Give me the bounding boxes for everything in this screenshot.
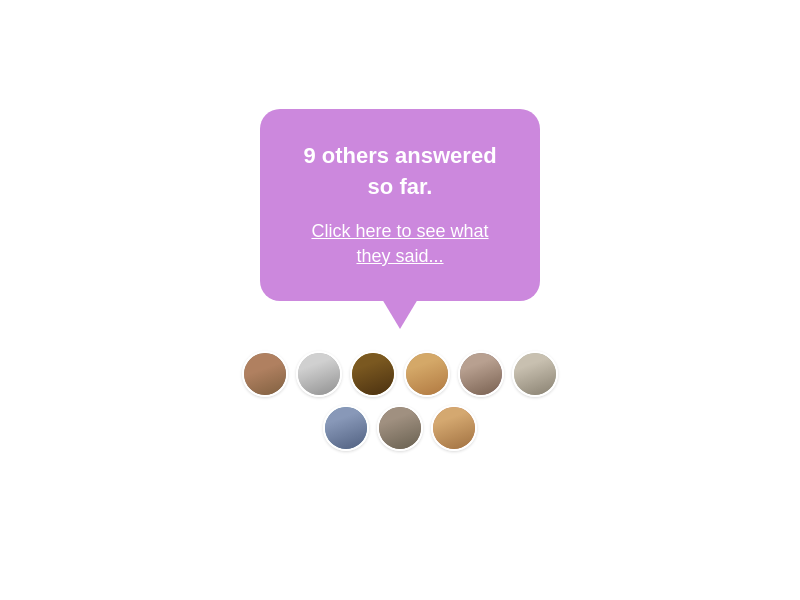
avatar-5: . — [458, 351, 504, 397]
avatar-8: . — [377, 405, 423, 451]
avatar-1: . — [242, 351, 288, 397]
avatar-2: . — [296, 351, 342, 397]
avatars-row-2: . . . — [323, 405, 477, 451]
answer-count-text: 9 others answered so far. — [300, 141, 500, 203]
avatars-row-1: . . . . . . — [242, 351, 558, 397]
speech-bubble-wrapper: 9 others answered so far. Click here to … — [242, 109, 558, 451]
avatar-4: . — [404, 351, 450, 397]
avatar-6: . — [512, 351, 558, 397]
speech-bubble[interactable]: 9 others answered so far. Click here to … — [260, 109, 540, 301]
avatar-7: . — [323, 405, 369, 451]
avatar-9: . — [431, 405, 477, 451]
see-answers-link[interactable]: Click here to see what they said... — [300, 219, 500, 269]
avatar-3: . — [350, 351, 396, 397]
avatars-container: . . . . . . . . — [242, 351, 558, 451]
